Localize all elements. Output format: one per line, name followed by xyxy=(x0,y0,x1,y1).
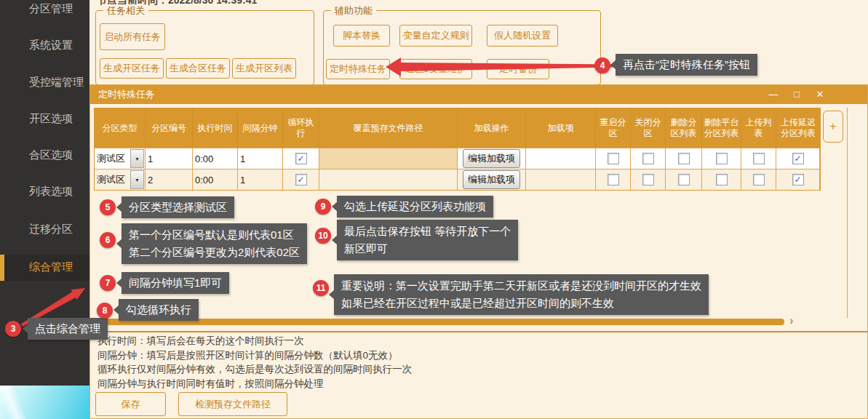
partition-type-value: 测试区 xyxy=(95,169,130,190)
scroll-right-icon[interactable]: › xyxy=(787,315,796,327)
callout-interval-fill-one: 间隔分钟填写1即可 xyxy=(122,272,229,294)
upload-list-checkbox[interactable] xyxy=(753,174,765,185)
step-badge: 10 xyxy=(315,228,331,244)
callout-check-upload-delay: 勾选上传延迟分区列表功能项 xyxy=(337,196,493,218)
save-button[interactable]: 保存 xyxy=(95,392,166,416)
preset-file-path-cell[interactable] xyxy=(319,148,458,169)
sidebar-item-controlled-manage[interactable]: 受控端管理 xyxy=(0,70,89,95)
delete-partition-list-checkbox[interactable] xyxy=(678,174,690,185)
step-badge: 9 xyxy=(315,199,331,215)
callout-save-and-wait: 最后点击保存按钮 等待开放下一个 新区即可 xyxy=(337,220,518,260)
callout-check-loop-exec: 勾选循环执行 xyxy=(119,299,199,321)
col-loop-exec: 循环执行 xyxy=(283,108,319,148)
generate-merge-task-button[interactable]: 生成合区任务 xyxy=(166,58,230,79)
timed-special-task-button[interactable]: 定时特殊任务 xyxy=(326,59,390,79)
loop-exec-checkbox[interactable]: ✓ xyxy=(295,153,307,164)
close-partition-checkbox[interactable] xyxy=(642,153,654,164)
table-row: 测试区 ▼ 2 0:00 1 ✓ 编辑加载项 ✓ xyxy=(95,169,820,190)
sidebar-item-merge-options[interactable]: 合区选项 xyxy=(0,143,89,167)
callout-click-timed-special-task: 再点击“定时特殊任务”按钮 xyxy=(616,54,757,76)
col-upload-delay-partition-list: 上传延迟分区列表 xyxy=(776,108,820,148)
step-badge: 6 xyxy=(100,232,116,248)
delete-partition-list-checkbox[interactable] xyxy=(678,153,690,164)
upload-list-checkbox[interactable] xyxy=(753,153,765,164)
edit-load-item-button[interactable]: 编辑加载项 xyxy=(463,170,520,189)
note-line: 间隔分钟：填写后是按照开区时间计算的间隔分钟数（默认填0无效） xyxy=(97,348,412,363)
task-table: 分区类型 分区编号 执行时间 间隔分钟 循环执行 覆盖预存文件路径 加载操作 加… xyxy=(94,108,821,191)
horizontal-scrollbar-thumb[interactable] xyxy=(100,319,784,325)
restart-partition-checkbox[interactable] xyxy=(608,153,619,164)
table-right-divider xyxy=(847,108,848,318)
chevron-down-icon[interactable]: ▼ xyxy=(130,149,144,168)
preset-file-path-cell[interactable] xyxy=(319,169,458,190)
col-interval-minutes: 间隔分钟 xyxy=(238,108,283,148)
separator-line xyxy=(90,331,867,332)
note-line: 循环执行仅对间隔分钟有效，勾选后是每次达到设置的间隔时间执行一次 xyxy=(97,362,412,377)
close-partition-checkbox[interactable] xyxy=(642,174,654,185)
col-upload-list: 上传列表 xyxy=(741,108,776,148)
sidebar-item-migrate-partition[interactable]: 迁移分区 xyxy=(0,217,89,242)
aux-group-title: 辅助功能 xyxy=(331,4,376,17)
callout-click-general-manage: 点击综合管理 xyxy=(28,318,108,340)
task-group-title: 任务相关 xyxy=(103,4,148,17)
col-close-partition: 关闭分区 xyxy=(631,108,666,148)
start-all-tasks-button[interactable]: 启动所有任务 xyxy=(100,23,165,50)
load-item-cell[interactable] xyxy=(526,148,596,169)
step-badge: 11 xyxy=(313,280,329,296)
sidebar-item-system-settings[interactable]: 系统设置 xyxy=(0,33,89,57)
maximize-icon[interactable]: □ xyxy=(787,85,807,104)
check-preset-path-button[interactable]: 检测预存文件路径 xyxy=(178,392,287,416)
upload-delay-partition-list-checkbox[interactable]: ✓ xyxy=(792,153,804,164)
exec-time-cell[interactable]: 0:00 xyxy=(193,169,238,190)
script-replace-button[interactable]: 脚本替换 xyxy=(333,25,390,47)
timed-backup-button[interactable]: 定时备份 xyxy=(487,59,549,79)
chevron-down-icon[interactable]: ▼ xyxy=(130,170,144,189)
dialog-title: 定时特殊任务 xyxy=(98,85,155,104)
loop-exec-checkbox[interactable]: ✓ xyxy=(295,174,307,185)
upload-delay-partition-list-checkbox[interactable]: ✓ xyxy=(792,174,804,185)
generate-open-task-button[interactable]: 生成开区任务 xyxy=(100,58,164,79)
interval-minutes-cell[interactable]: 1 xyxy=(238,169,283,190)
col-partition-number: 分区编号 xyxy=(146,108,193,148)
partition-number-cell[interactable]: 1 xyxy=(146,148,193,169)
note-line: 执行时间：填写后会在每天的这个时间执行一次 xyxy=(97,334,412,348)
fake-player-random-button[interactable]: 假人随机设置 xyxy=(487,25,558,47)
restart-partition-checkbox[interactable] xyxy=(608,174,619,185)
callout-select-test-partition: 分区类型选择测试区 xyxy=(122,196,234,218)
callout-important-note: 重要说明：第一次设置完助手第二天开新区或者是还没到时间开区的才生效 如果已经在开… xyxy=(334,274,709,315)
partition-type-dropdown[interactable]: 测试区 ▼ xyxy=(95,169,145,190)
minimize-icon[interactable]: — xyxy=(763,85,784,104)
col-preset-file-path: 覆盖预存文件路径 xyxy=(319,108,458,148)
partition-type-dropdown[interactable]: 测试区 ▼ xyxy=(95,148,145,169)
dialog-titlebar[interactable]: 定时特殊任务 — □ ✕ xyxy=(90,85,867,104)
col-load-item: 加载项 xyxy=(526,108,596,148)
load-item-cell[interactable] xyxy=(526,169,596,190)
delete-platform-partition-list-checkbox[interactable] xyxy=(716,174,728,185)
step-badge: 3 xyxy=(5,321,21,337)
col-delete-platform-partition-list: 删除平台分区列表 xyxy=(702,108,741,148)
step-badge: 5 xyxy=(100,199,116,215)
j-variable-maintain-button[interactable]: 通区J变量维护 xyxy=(399,59,472,79)
help-notes: 执行时间：填写后会在每天的这个时间执行一次 间隔分钟：填写后是按照开区时间计算的… xyxy=(97,334,412,391)
interval-minutes-cell[interactable]: 1 xyxy=(238,148,283,169)
partition-number-cell[interactable]: 2 xyxy=(146,169,193,190)
variable-custom-rule-button[interactable]: 变量自定义规则 xyxy=(399,25,472,47)
step-badge: 8 xyxy=(97,303,113,319)
close-icon[interactable]: ✕ xyxy=(810,85,830,104)
edit-load-item-button[interactable]: 编辑加载项 xyxy=(463,149,520,168)
sidebar-item-general-manage[interactable]: 综合管理 xyxy=(0,255,89,281)
exec-time-cell[interactable]: 0:00 xyxy=(193,148,238,169)
sidebar-item-open-options[interactable]: 开区选项 xyxy=(0,106,89,131)
delete-platform-partition-list-checkbox[interactable] xyxy=(716,153,728,164)
col-restart-partition: 重启分区 xyxy=(596,108,631,148)
sidebar-item-partition-manage[interactable]: 分区管理 xyxy=(0,0,89,21)
col-delete-partition-list: 删除分区列表 xyxy=(666,108,702,148)
generate-open-list-button[interactable]: 生成开区列表 xyxy=(232,58,296,79)
step-badge: 4 xyxy=(594,57,610,73)
sidebar-item-list-options[interactable]: 列表选项 xyxy=(0,179,89,204)
note-line: 间隔分钟与执行时间同时有值时，按照间隔分钟处理 xyxy=(97,377,412,391)
step-badge: 7 xyxy=(100,275,116,291)
col-load-operation: 加载操作 xyxy=(458,108,526,148)
add-row-button[interactable]: + xyxy=(823,111,843,143)
table-header-row: 分区类型 分区编号 执行时间 间隔分钟 循环执行 覆盖预存文件路径 加载操作 加… xyxy=(95,108,820,148)
